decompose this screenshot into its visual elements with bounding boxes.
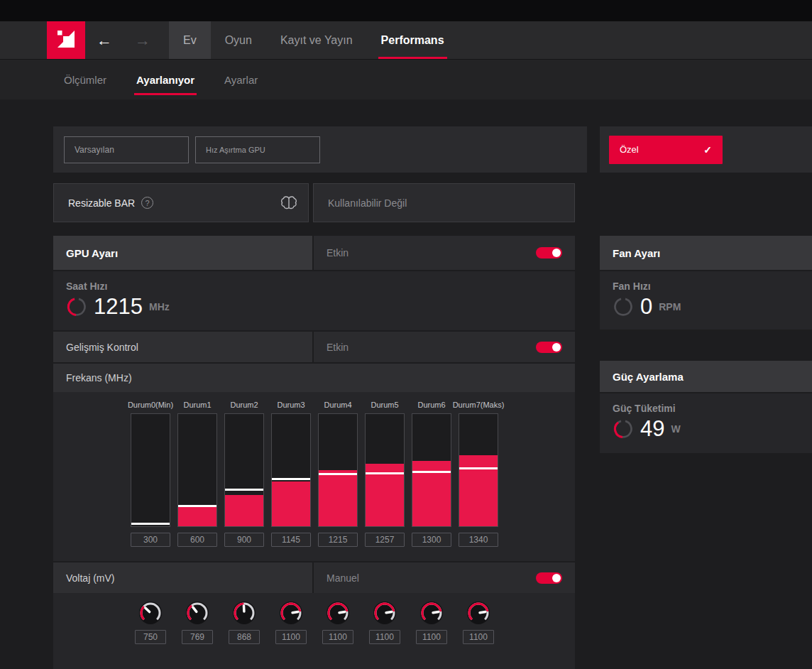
freq-value-field[interactable]: 300 — [131, 533, 170, 547]
freq-bar[interactable] — [412, 413, 451, 527]
resizable-bar-row: Resizable BAR ? Kullanılabilir Değil — [53, 183, 575, 222]
preset-custom-button[interactable]: Özel ✓ — [609, 136, 723, 164]
voltage-value-field[interactable]: 1100 — [369, 630, 400, 644]
voltage-knob[interactable] — [325, 600, 351, 626]
preset-panel: Varsayılan Hız Aşırtma GPU — [53, 126, 587, 173]
active-tab-underline — [378, 57, 447, 59]
voltage-value-field[interactable]: 750 — [135, 630, 166, 644]
voltage-value-field[interactable]: 769 — [182, 630, 213, 644]
frequency-chart: Durum0(Min)300Durum1600Durum2900Durum311… — [53, 392, 575, 561]
gpu-tuning-header: GPU Ayarı — [53, 236, 312, 270]
subtab-tuning-label: Ayarlanıyor — [136, 74, 194, 86]
freq-bar-marker — [272, 478, 310, 480]
voltage-knob-column: 1100 — [364, 600, 405, 644]
freq-bar[interactable] — [365, 413, 405, 527]
freq-bar-fill — [225, 495, 263, 526]
freq-state-column: Durum2900 — [224, 401, 265, 547]
freq-bar[interactable] — [459, 413, 498, 527]
preset-oc-gpu-button[interactable]: Hız Aşırtma GPU — [195, 136, 320, 163]
freq-value-field[interactable]: 1145 — [271, 533, 311, 547]
subtab-settings[interactable]: Ayarlar — [214, 60, 268, 99]
voltage-knob[interactable] — [231, 600, 257, 626]
toggle-knob — [552, 574, 561, 582]
voltage-knob[interactable] — [372, 600, 397, 626]
voltage-mode-status: Manuel — [327, 572, 359, 584]
preset-default-button[interactable]: Varsayılan — [64, 136, 189, 163]
freq-state-label: Durum1 — [183, 401, 211, 412]
title-bar — [0, 0, 812, 21]
freq-bar[interactable] — [131, 413, 170, 527]
toggle-knob — [552, 249, 561, 257]
voltage-value-field[interactable]: 1100 — [275, 630, 307, 644]
preset-row: Varsayılan Hız Aşırtma GPU Özel ✓ — [53, 126, 812, 173]
fan-gauge-icon — [613, 296, 634, 317]
clock-speed-section: Saat Hızı 1215 MHz — [53, 270, 575, 330]
brain-icon — [280, 195, 298, 211]
freq-state-column: Durum0(Min)300 — [130, 401, 171, 547]
voltage-value-field[interactable]: 1100 — [416, 630, 447, 644]
active-subtab-underline — [134, 93, 197, 95]
nav-tabs: Ev Oyun Kayıt ve Yayın Performans — [169, 21, 459, 59]
freq-state-label: Durum2 — [230, 401, 258, 412]
voltage-knob-column: 868 — [224, 600, 265, 644]
clock-speed-value: 1215 — [94, 294, 143, 320]
resizable-bar-panel: Resizable BAR ? — [53, 183, 309, 222]
main-navbar: ← → Ev Oyun Kayıt ve Yayın Performans — [0, 21, 812, 60]
freq-value-field[interactable]: 900 — [224, 533, 264, 547]
fan-speed-unit: RPM — [659, 301, 681, 312]
freq-state-column: Durum61300 — [411, 401, 452, 547]
freq-value-field[interactable]: 1300 — [412, 533, 451, 547]
freq-bar-marker — [366, 472, 404, 474]
voltage-value-field[interactable]: 1100 — [322, 630, 353, 644]
freq-state-column: Durum1600 — [177, 401, 218, 547]
help-icon[interactable]: ? — [141, 197, 153, 209]
amd-logo[interactable] — [47, 21, 85, 59]
advanced-control-status: Etkin — [327, 342, 349, 353]
freq-bar-marker — [412, 471, 451, 473]
voltage-knob[interactable] — [419, 600, 444, 626]
back-icon[interactable]: ← — [85, 21, 124, 59]
power-consumption-value: 49 — [640, 416, 664, 442]
freq-bar-marker — [131, 523, 170, 525]
check-icon: ✓ — [703, 144, 712, 156]
custom-preset-panel: Özel ✓ — [600, 126, 812, 173]
freq-state-label: Durum0(Min) — [128, 401, 173, 412]
freq-bar[interactable] — [177, 413, 217, 527]
freq-value-field[interactable]: 1340 — [459, 533, 498, 547]
freq-value-field[interactable]: 1257 — [365, 533, 405, 547]
voltage-knob[interactable] — [138, 600, 163, 626]
gpu-tuning-toggle[interactable] — [536, 247, 562, 259]
freq-bar-marker — [459, 467, 498, 469]
subtab-tuning[interactable]: Ayarlanıyor — [126, 60, 205, 99]
freq-state-column: Durum41215 — [317, 401, 358, 547]
subtab-metrics[interactable]: Ölçümler — [53, 60, 117, 99]
freq-bar[interactable] — [318, 413, 358, 527]
tab-home[interactable]: Ev — [169, 21, 211, 59]
tab-record-stream[interactable]: Kayıt ve Yayın — [266, 21, 367, 59]
voltage-knob-column: 1100 — [411, 600, 452, 644]
freq-bar-fill — [319, 470, 357, 526]
voltage-knob[interactable] — [466, 600, 491, 626]
gpu-tuning-panel: GPU Ayarı Etkin Saat Hızı 1215 MHz Geliş… — [53, 236, 575, 669]
voltage-manual-toggle[interactable] — [536, 572, 562, 584]
freq-state-column: Durum31145 — [270, 401, 312, 547]
freq-state-label: Durum3 — [277, 401, 304, 412]
voltage-value-field[interactable]: 1100 — [463, 630, 494, 644]
voltage-value-field[interactable]: 868 — [229, 630, 260, 644]
tab-performance[interactable]: Performans — [367, 21, 459, 59]
freq-bar[interactable] — [224, 413, 264, 527]
advanced-control-toggle[interactable] — [536, 342, 562, 353]
tab-gaming[interactable]: Oyun — [211, 21, 266, 59]
fan-speed-section: Fan Hızı 0 RPM — [600, 270, 812, 330]
voltage-knob[interactable] — [278, 600, 304, 626]
freq-state-label: Durum5 — [371, 401, 398, 412]
freq-value-field[interactable]: 1215 — [318, 533, 358, 547]
voltage-knob[interactable] — [185, 600, 210, 626]
freq-state-label: Durum7(Maks) — [453, 401, 505, 412]
forward-icon[interactable]: → — [124, 21, 162, 59]
right-panels: Fan Ayarı Fan Hızı 0 RPM Güç Ayarlama Gü… — [600, 236, 812, 669]
freq-bar[interactable] — [271, 413, 311, 527]
clock-speed-unit: MHz — [149, 301, 170, 312]
voltage-knob-column: 769 — [177, 600, 218, 644]
freq-value-field[interactable]: 600 — [177, 533, 217, 547]
